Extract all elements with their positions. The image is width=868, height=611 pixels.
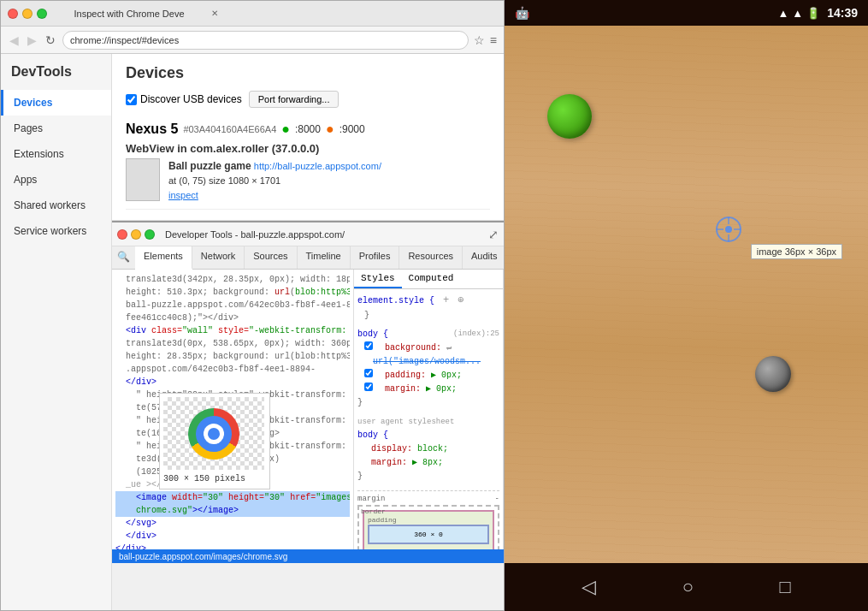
tab-styles[interactable]: Styles: [354, 270, 402, 288]
target-image[interactable]: [713, 214, 744, 245]
back-nav-icon[interactable]: ◁: [582, 576, 596, 598]
discover-usb-checkbox[interactable]: [126, 94, 137, 105]
port-forwarding-button[interactable]: Port forwarding...: [249, 91, 340, 108]
sidebar-item-extensions[interactable]: Extensions: [1, 141, 111, 167]
tab-label: Inspect with Chrome Deve: [52, 9, 206, 19]
styles-add2-icon[interactable]: ⊕: [458, 294, 464, 306]
devtools-min-button[interactable]: [131, 229, 141, 240]
border-label: border: [361, 507, 386, 515]
code-line-19[interactable]: chrome.svg"></image>: [115, 504, 350, 517]
maximize-button[interactable]: [37, 9, 47, 19]
chrome-middle-ring: [196, 416, 232, 452]
svg-point-1: [725, 226, 732, 233]
app-icon: [126, 158, 160, 201]
devtools-search-icon[interactable]: 🔍: [112, 246, 135, 269]
window-buttons: [8, 9, 47, 19]
devtools-close-button[interactable]: [117, 229, 127, 240]
devices-title: Devices: [126, 64, 490, 82]
port1-indicator: ●: [281, 122, 290, 137]
devtools-window-buttons: [117, 229, 155, 240]
discover-row: Discover USB devices Port forwarding...: [126, 91, 490, 108]
browser-window: Inspect with Chrome Deve ✕ ◀ ▶ ↻ ☆ ≡ Dev…: [0, 0, 505, 611]
port2-label: :9000: [340, 123, 365, 135]
code-line-4: fee461cc40c8);"></div>: [115, 311, 350, 324]
android-icon: 🤖: [515, 6, 529, 20]
reload-button[interactable]: ↻: [44, 33, 57, 47]
styles-margin2-row: margin: ▶ 8px;: [364, 458, 443, 467]
code-line-6: translate3d(0px, 538.65px, 0px); width: …: [115, 337, 350, 350]
bookmark-icon[interactable]: ☆: [474, 33, 485, 47]
padding-bottom-space: [368, 544, 489, 549]
device-entry: Nexus 5 #03A404160A4E66A4 ● :8000 ● :900…: [126, 115, 490, 210]
close-button[interactable]: [8, 9, 18, 19]
styles-val-margin: ▶ 0px;: [426, 384, 457, 394]
devices-panel: Devices Discover USB devices Port forwar…: [112, 54, 504, 221]
styles-add-icon[interactable]: +: [443, 294, 449, 306]
devtools-max-button[interactable]: [145, 229, 155, 240]
address-bar: ◀ ▶ ↻ ☆ ≡: [1, 27, 504, 54]
box-model-content: 360 × 0: [368, 525, 489, 544]
title-bar: Inspect with Chrome Deve ✕: [1, 1, 504, 27]
tab-close-icon[interactable]: ✕: [211, 9, 218, 18]
discover-usb-label[interactable]: Discover USB devices: [126, 93, 242, 105]
code-line-18[interactable]: <image width="30" height="30" href="imag…: [115, 491, 350, 504]
minimize-button[interactable]: [22, 9, 32, 19]
code-line-1: translate3d(342px, 28.35px, 0px); width:…: [115, 273, 350, 286]
tab-resources[interactable]: Resources: [399, 246, 463, 269]
phone-status-bar: 🤖 ▲ ▲ 🔋 14:39: [505, 0, 868, 26]
code-panel: translate3d(342px, 28.35px, 0px); width:…: [112, 270, 354, 549]
box-model-border: padding 360 × 0: [363, 510, 494, 549]
tab-computed[interactable]: Computed: [402, 270, 461, 288]
sidebar-item-shared-workers[interactable]: Shared workers: [1, 193, 111, 218]
styles-file-body1: (index):25: [453, 328, 499, 340]
image-size-label: 300 × 150 pixels: [163, 472, 266, 485]
tab-audits[interactable]: Audits: [463, 246, 504, 269]
devtools-maximize-icon[interactable]: ⤢: [488, 228, 499, 241]
styles-padding-checkbox[interactable]: [364, 369, 373, 377]
styles-selector-body2: body {: [357, 430, 388, 440]
ball-gray[interactable]: [755, 356, 791, 392]
webview-title: WebView in com.alex.roller (37.0.0.0): [126, 142, 490, 155]
ball-green[interactable]: [547, 94, 592, 139]
styles-display-row: display: block;: [364, 444, 448, 454]
tab-elements[interactable]: Elements: [135, 246, 192, 270]
chrome-center-dot: [208, 428, 220, 440]
inspect-link[interactable]: inspect: [168, 190, 198, 200]
box-model-margin: border padding 360 × 0: [357, 505, 499, 549]
back-nav-button[interactable]: ◀: [8, 33, 21, 47]
devtools-content: translate3d(342px, 28.35px, 0px); width:…: [112, 270, 504, 549]
styles-prop-margin: margin:: [385, 384, 421, 394]
devtools-tabs: 🔍 Elements Network Sources Timeline Prof…: [112, 246, 504, 270]
code-line-22: </div>: [115, 543, 350, 549]
content-size: 360 × 0: [414, 531, 443, 538]
styles-bg-checkbox[interactable]: [364, 341, 373, 350]
sidebar-item-pages[interactable]: Pages: [1, 116, 111, 141]
tab-timeline[interactable]: Timeline: [298, 246, 351, 269]
menu-icon[interactable]: ≡: [490, 33, 497, 47]
status-time: 14:39: [827, 6, 858, 20]
device-name: Nexus 5: [126, 122, 178, 137]
home-nav-icon[interactable]: ○: [682, 576, 694, 598]
styles-rule-close3: }: [357, 472, 363, 481]
code-line-5: <div class="wall" style="-webkit-transfo…: [115, 324, 350, 337]
tab-sources[interactable]: Sources: [245, 246, 297, 269]
sidebar-item-service-workers[interactable]: Service workers: [1, 218, 111, 244]
signal-icon: ▲: [792, 7, 803, 20]
devtools-panel: Developer Tools - ball-puzzle.appspot.co…: [112, 221, 504, 563]
recent-nav-icon[interactable]: □: [779, 576, 790, 598]
styles-selector-element: element.style {: [357, 296, 434, 306]
sidebar-item-devices[interactable]: Devices: [1, 90, 111, 116]
address-input[interactable]: [62, 31, 469, 50]
sidebar-item-apps[interactable]: Apps: [1, 167, 111, 193]
crosshair-svg: [713, 214, 744, 245]
tab-network[interactable]: Network: [192, 246, 245, 269]
app-position: at (0, 75) size 1080 × 1701: [168, 175, 280, 186]
styles-bg-url: url("images/woodsm...: [373, 357, 481, 366]
styles-margin-checkbox[interactable]: [364, 383, 373, 391]
app-url[interactable]: http://ball-puzzle.appspot.com/: [254, 161, 381, 171]
code-line-21: </div>: [115, 530, 350, 543]
styles-margin-row: margin: ▶ 0px;: [364, 384, 457, 394]
tab-profiles[interactable]: Profiles: [351, 246, 400, 269]
forward-nav-button[interactable]: ▶: [26, 33, 38, 47]
devtools-title: Developer Tools - ball-puzzle.appspot.co…: [165, 229, 345, 240]
